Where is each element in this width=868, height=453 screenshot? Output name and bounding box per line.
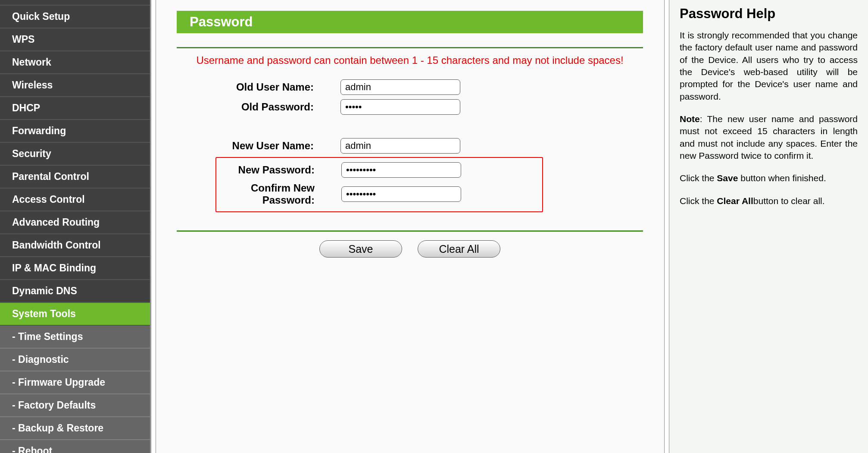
help-save-bold: Save: [717, 173, 738, 183]
nav-item-factory-defaults[interactable]: - Factory Defaults: [0, 394, 150, 417]
help-paragraph-1: It is strongly recommended that you chan…: [680, 29, 858, 103]
save-button[interactable]: Save: [319, 240, 402, 258]
new-username-input[interactable]: [340, 138, 460, 154]
nav-item-dhcp[interactable]: DHCP: [0, 97, 150, 120]
nav-item-parental-control[interactable]: Parental Control: [0, 166, 150, 189]
help-paragraph-2: Note: The new user name and password mus…: [680, 113, 858, 162]
new-password-input[interactable]: [341, 162, 461, 178]
help-note-bold: Note: [680, 114, 700, 124]
confirm-password-input[interactable]: [341, 186, 461, 202]
help-panel: Password Help It is strongly recommended…: [669, 0, 868, 453]
button-row: Save Clear All: [177, 240, 643, 258]
old-password-input[interactable]: [340, 99, 460, 115]
nav-item-reboot[interactable]: - Reboot: [0, 440, 150, 453]
nav-item-backup-restore[interactable]: - Backup & Restore: [0, 417, 150, 440]
confirm-password-label: Confirm New Password:: [219, 182, 341, 206]
new-username-label: New User Name:: [177, 140, 340, 152]
nav-item-ip-mac-binding[interactable]: IP & MAC Binding: [0, 257, 150, 280]
nav-item-status[interactable]: Status: [0, 0, 150, 6]
new-password-label: New Password:: [219, 164, 341, 176]
nav-item-wps[interactable]: WPS: [0, 28, 150, 51]
nav-item-time-settings[interactable]: - Time Settings: [0, 326, 150, 349]
divider: [177, 47, 643, 48]
sidebar: StatusQuick SetupWPSNetworkWirelessDHCPF…: [0, 0, 151, 453]
nav-item-diagnostic[interactable]: - Diagnostic: [0, 349, 150, 371]
nav-item-bandwidth-control[interactable]: Bandwidth Control: [0, 234, 150, 257]
old-username-label: Old User Name:: [177, 81, 340, 93]
help-title: Password Help: [680, 6, 858, 22]
divider: [177, 230, 643, 232]
row-old-password: Old Password:: [177, 98, 643, 116]
help-paragraph-4: Click the Clear Allbutton to clear all.: [680, 195, 858, 207]
highlight-box: New Password: Confirm New Password:: [215, 157, 543, 212]
nav-item-forwarding[interactable]: Forwarding: [0, 120, 150, 143]
content-panel: Password Username and password can conta…: [151, 0, 669, 453]
nav-item-access-control[interactable]: Access Control: [0, 189, 150, 211]
warning-text: Username and password can contain betwee…: [177, 54, 643, 66]
nav-item-network[interactable]: Network: [0, 51, 150, 74]
old-password-label: Old Password:: [177, 101, 340, 113]
help-clearall-bold: Clear All: [717, 196, 753, 206]
nav-item-firmware-upgrade[interactable]: - Firmware Upgrade: [0, 371, 150, 394]
row-old-username: Old User Name:: [177, 79, 643, 96]
row-confirm-password: Confirm New Password:: [219, 181, 540, 207]
main-area: Password Username and password can conta…: [151, 0, 868, 453]
nav-item-system-tools[interactable]: System Tools: [0, 303, 150, 326]
page-title: Password: [177, 11, 643, 33]
nav-item-advanced-routing[interactable]: Advanced Routing: [0, 211, 150, 234]
old-username-input[interactable]: [340, 79, 460, 95]
nav-item-wireless[interactable]: Wireless: [0, 74, 150, 97]
nav-item-quick-setup[interactable]: Quick Setup: [0, 6, 150, 28]
nav-item-security[interactable]: Security: [0, 143, 150, 166]
help-paragraph-3: Click the Save button when finished.: [680, 172, 858, 184]
row-new-password: New Password:: [219, 161, 540, 179]
clear-all-button[interactable]: Clear All: [418, 240, 500, 258]
row-new-username: New User Name:: [177, 137, 643, 154]
nav-item-dynamic-dns[interactable]: Dynamic DNS: [0, 280, 150, 303]
